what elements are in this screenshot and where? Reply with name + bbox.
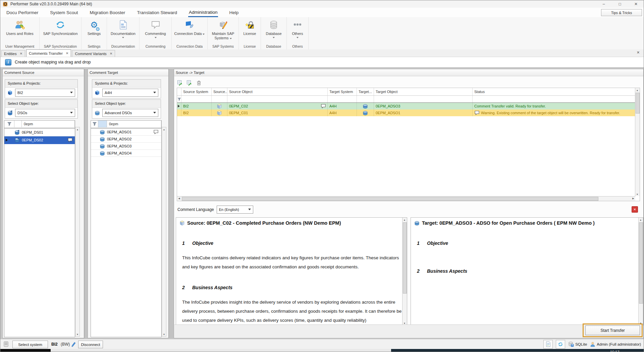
target-preview-scrollbar[interactable]: ▲ ▼ xyxy=(638,218,643,325)
expand-arrow-icon[interactable] xyxy=(178,105,181,107)
maintain-sap-systems-button[interactable]: Maintain SAP Systems xyxy=(208,17,238,44)
status-bar: Select system BI2 (BW) Disconnect xyxy=(0,339,644,349)
tab-comments-transfer[interactable]: Comments Transfer ✕ xyxy=(26,49,71,57)
source-filter-input[interactable]: 0epm xyxy=(22,121,75,127)
disconnect-button[interactable]: Disconnect xyxy=(78,341,103,348)
taskbar-app-button[interactable] xyxy=(51,349,391,352)
mapping-row-valid[interactable]: BI2 0EPM_C02 A4H 0EPM_ADSO3 Comment Tran… xyxy=(177,103,635,109)
tab-close-icon[interactable]: ✕ xyxy=(20,52,22,55)
settings-button[interactable]: ⚙⚙ Settings xyxy=(82,17,107,44)
table-horizontal-scrollbar[interactable]: ◀ ▶ xyxy=(177,196,635,201)
tabstrip-close-icon[interactable]: ✕ xyxy=(637,50,640,55)
sap-synchronization-button[interactable]: SAP Synchronization xyxy=(40,17,81,44)
license-button[interactable]: License xyxy=(239,17,261,44)
menu-tab-docu-performer[interactable]: Docu Performer xyxy=(6,8,39,16)
target-list-item-0epm-adso3[interactable]: 0EPM_ADSO3 xyxy=(91,143,161,150)
table-vertical-scrollbar[interactable]: ▲ ▼ xyxy=(635,88,640,196)
ribbon-group-caption: License xyxy=(239,44,261,49)
delete-mapping-icon[interactable] xyxy=(196,80,202,86)
source-object-type-select[interactable]: DSOs xyxy=(15,109,75,117)
scroll-down-icon[interactable]: ▼ xyxy=(635,192,639,196)
commenting-button[interactable]: Commenting xyxy=(140,17,171,44)
source-system-select[interactable]: BI2 xyxy=(15,89,75,97)
maximize-icon[interactable]: □ xyxy=(612,0,628,8)
tab-entities[interactable]: Entities ✕ xyxy=(1,50,25,57)
expand-arrow-icon[interactable] xyxy=(6,139,9,141)
col-status[interactable]: Status xyxy=(473,88,635,95)
refresh-button[interactable] xyxy=(556,340,565,349)
infocube-icon xyxy=(179,220,185,226)
col-source-system[interactable]: Source System xyxy=(181,88,212,95)
adso-icon xyxy=(363,110,368,116)
infocube-icon xyxy=(217,110,222,116)
menu-tab-migration-booster[interactable]: Migration Booster xyxy=(89,8,126,16)
menu-tab-help[interactable]: Help xyxy=(228,8,239,16)
source-filter-row: 0epm xyxy=(4,121,75,128)
comment-bubble-icon xyxy=(474,110,480,116)
mapping-filter-row[interactable] xyxy=(177,96,635,103)
comment-language-row: Comment Language En (English) xyxy=(177,205,253,214)
source-preview-scrollbar[interactable]: ▲ ▼ xyxy=(402,218,407,325)
target-list-item-0epm-adso2[interactable]: 0EPM_ADSO2 xyxy=(91,136,161,143)
target-list-item-0epm-adso1[interactable]: 0EPM_ADSO1 xyxy=(91,129,161,136)
panel-title: Comment Source xyxy=(3,69,84,76)
mapping-row-warning[interactable]: BI2 0EPM_C01 A4H 0EPM_ADSO1 Warning. Exi… xyxy=(177,109,635,116)
systems-projects-box: Systems & Projects: BI2 xyxy=(5,79,78,98)
source-list-scrollbar[interactable]: ▲ ▼ xyxy=(75,127,80,337)
scroll-up-icon[interactable]: ▲ xyxy=(402,218,407,222)
scroll-up-icon[interactable]: ▲ xyxy=(162,127,166,131)
transfer-selected-icon[interactable] xyxy=(177,80,183,86)
menu-tab-translation-steward[interactable]: Translation Steward xyxy=(136,8,178,16)
scroll-right-icon[interactable]: ▶ xyxy=(631,196,635,201)
close-icon[interactable]: ✕ xyxy=(628,0,644,8)
database-button[interactable]: Database xyxy=(261,17,286,44)
ribbon-group-caption: Connection Data xyxy=(172,44,207,49)
users-and-roles-button[interactable]: Users and Roles xyxy=(0,17,39,44)
source-list-item-0epm-ds02[interactable]: 0EPM_DS02 xyxy=(4,136,75,144)
minimize-icon[interactable]: – xyxy=(596,0,611,8)
tab-close-icon[interactable]: ✕ xyxy=(66,51,68,55)
edit-pen-icon[interactable] xyxy=(71,341,76,347)
log-document-button[interactable] xyxy=(543,340,553,349)
target-system-select[interactable]: A4H xyxy=(102,89,158,97)
source-comment-preview: Source: 0EPM_C02 - Completed Purchase Or… xyxy=(176,217,407,325)
settings-gear-icon: ⚙⚙ xyxy=(90,19,98,31)
documentation-button[interactable]: Documentation xyxy=(107,17,139,44)
col-target-object[interactable]: Target Object xyxy=(374,88,473,95)
col-target-type[interactable]: Target... xyxy=(357,88,374,95)
target-list-item-0epm-adso4[interactable]: 0EPM_ADSO4 xyxy=(91,150,161,157)
select-system-button[interactable]: Select system xyxy=(12,341,48,348)
doc-heading: 2Business Aspects xyxy=(182,285,232,290)
menu-tab-system-scout[interactable]: System Scout xyxy=(49,8,78,16)
scroll-down-icon[interactable]: ▼ xyxy=(162,332,166,336)
source-object-list: 0epm 0EPM_DS01 0EPM_DS02 xyxy=(4,120,75,337)
panel-title: Source -> Target xyxy=(174,69,643,76)
target-filter-input[interactable]: 0epm xyxy=(107,121,161,127)
col-target-system[interactable]: Target System xyxy=(328,88,357,95)
scroll-left-icon[interactable]: ◀ xyxy=(177,196,181,201)
scroll-up-icon[interactable]: ▲ xyxy=(639,218,643,222)
comment-language-select[interactable]: En (English) xyxy=(217,206,253,214)
connection-data-button[interactable]: Connection Data xyxy=(172,17,207,44)
systems-projects-label: Systems & Projects: xyxy=(92,80,161,88)
target-object-type-select[interactable]: Advanced DSOs xyxy=(102,109,158,117)
close-comment-view-icon[interactable]: ✕ xyxy=(632,206,638,213)
others-button[interactable]: Others xyxy=(287,17,308,44)
filter-funnel-icon xyxy=(177,97,181,101)
tips-and-tricks-button[interactable]: Tips & Tricks xyxy=(601,9,642,16)
col-source-type[interactable]: Source... xyxy=(212,88,227,95)
scroll-up-icon[interactable]: ▲ xyxy=(75,127,79,131)
target-list-scrollbar[interactable]: ▲ ▼ xyxy=(162,127,166,337)
tab-comment-variants[interactable]: Comment Variants ✕ xyxy=(72,50,115,57)
scroll-up-icon[interactable]: ▲ xyxy=(635,88,639,92)
menu-tab-administration[interactable]: Administration xyxy=(188,8,218,17)
ribbon-group-sap-synchronization: SAP Synchronization SAP Synchronization xyxy=(40,17,82,49)
transfer-all-icon[interactable] xyxy=(186,80,193,86)
scroll-down-icon[interactable]: ▼ xyxy=(75,332,79,336)
start-transfer-button[interactable]: Start Transfer xyxy=(585,325,640,335)
source-list-item-0epm-ds01[interactable]: 0EPM_DS01 xyxy=(4,129,75,136)
ribbon-group-documentation: Documentation Documentation xyxy=(107,17,140,49)
info-icon: i xyxy=(5,59,11,65)
col-source-object[interactable]: Source Object xyxy=(227,88,328,95)
tab-close-icon[interactable]: ✕ xyxy=(110,52,112,55)
